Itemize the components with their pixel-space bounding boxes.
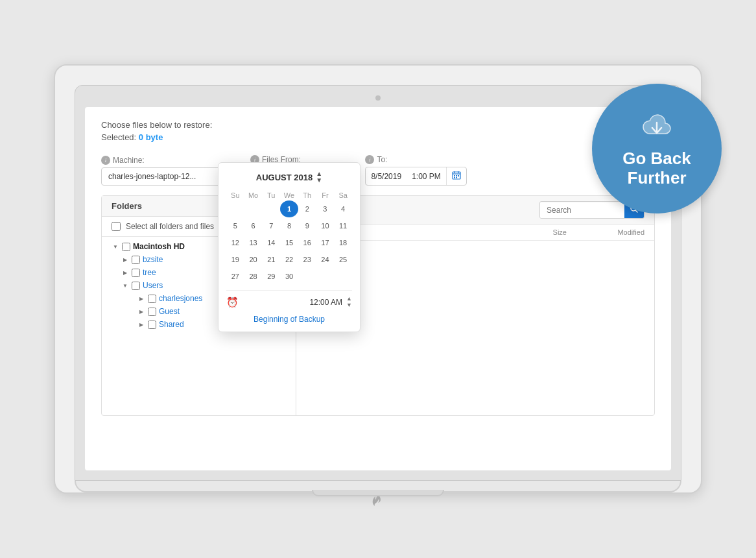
calendar-day[interactable]: 28 [244, 268, 263, 285]
calendar-day[interactable]: 22 [280, 251, 298, 268]
to-filter-group: i To: 8/5/2019 1:00 PM [365, 155, 466, 186]
calendar-day[interactable]: 14 [262, 234, 280, 251]
svg-rect-22 [456, 177, 457, 178]
calendar-time-row: ⏰ 12:00 AM ▲ ▼ [226, 290, 352, 309]
clock-icon: ⏰ [226, 297, 239, 308]
calendar-day[interactable]: 24 [316, 251, 335, 268]
charlesjones-toggle[interactable] [137, 295, 145, 302]
calendar-day[interactable]: 23 [298, 251, 316, 268]
camera-dot [375, 95, 381, 101]
calendar-day[interactable]: 30 [280, 268, 298, 285]
to-label: i To: [365, 155, 466, 164]
to-date: 8/5/2019 [366, 168, 407, 185]
choose-label: Choose files below to restore: [101, 120, 655, 130]
calendar-nav-arrows[interactable]: ▲ ▼ [316, 171, 322, 184]
calendar-day[interactable]: 5 [226, 217, 244, 234]
guest-label: Guest [159, 307, 180, 316]
calendar-day [316, 268, 335, 285]
calendar-day[interactable]: 8 [280, 217, 298, 234]
filters-row: i Machine: [101, 155, 655, 186]
calendar-day [262, 200, 280, 217]
users-toggle[interactable] [121, 282, 129, 289]
scene: Go Back Further Choose files below to re… [54, 64, 702, 494]
select-all-checkbox[interactable] [112, 222, 121, 231]
calendar-day [244, 200, 263, 217]
calendar-day[interactable]: 2 [298, 200, 316, 217]
search-input[interactable] [540, 202, 624, 218]
cloud-download-icon [641, 110, 673, 144]
laptop-screen: Choose files below to restore: Selected:… [85, 107, 671, 470]
shared-toggle[interactable] [137, 321, 145, 328]
selected-label: Selected: 0 byte [101, 132, 655, 142]
calendar-day[interactable]: 29 [262, 268, 280, 285]
tree-label: tree [143, 268, 156, 277]
users-label: Users [143, 281, 163, 290]
screen-bezel: Choose files below to restore: Selected:… [75, 85, 681, 481]
shared-label: Shared [159, 320, 184, 329]
calendar-day[interactable]: 18 [334, 234, 352, 251]
selected-value: 0 byte [139, 132, 163, 142]
calendar-day[interactable]: 16 [298, 234, 316, 251]
svg-rect-20 [458, 175, 459, 176]
machine-input[interactable] [102, 168, 219, 185]
to-time: 1:00 PM [407, 168, 446, 185]
calendar-day[interactable]: 25 [334, 251, 352, 268]
calendar-day[interactable]: 20 [244, 251, 263, 268]
calendar-day[interactable]: 12 [226, 234, 244, 251]
calendar-month-label: AUGUST 2018 [256, 173, 313, 182]
calendar-day[interactable]: 1 [280, 200, 298, 217]
header-section: Choose files below to restore: Selected:… [101, 120, 655, 142]
macintosh-hd-label: Macintosh HD [133, 242, 185, 251]
calendar-day[interactable]: 21 [262, 251, 280, 268]
bzsite-toggle[interactable] [121, 256, 129, 263]
calendar-day[interactable]: 6 [244, 217, 263, 234]
calendar-day[interactable]: 17 [316, 234, 335, 251]
go-back-further-badge[interactable]: Go Back Further [592, 84, 722, 213]
select-all-label: Select all folders and files [126, 222, 214, 231]
calendar-day[interactable]: 19 [226, 251, 244, 268]
svg-rect-18 [454, 175, 455, 176]
calendar-day [334, 268, 352, 285]
bzsite-checkbox[interactable] [132, 256, 140, 264]
svg-rect-19 [456, 175, 457, 176]
users-checkbox[interactable] [132, 282, 140, 290]
beginning-of-backup-link[interactable]: Beginning of Backup [254, 315, 325, 324]
calendar-header: AUGUST 2018 ▲ ▼ [226, 171, 352, 184]
calendar-day[interactable]: 9 [298, 217, 316, 234]
tree-folder-toggle[interactable] [121, 269, 129, 276]
calendar-day [226, 200, 244, 217]
col-modified-header: Modified [567, 228, 644, 236]
calendar-day[interactable]: 11 [334, 217, 352, 234]
laptop-logo [372, 493, 384, 511]
guest-checkbox[interactable] [148, 308, 156, 316]
col-size-header: Size [515, 228, 567, 236]
to-input-wrap: 8/5/2019 1:00 PM [365, 167, 466, 186]
calendar-day[interactable]: 10 [316, 217, 335, 234]
calendar-day[interactable]: 15 [280, 234, 298, 251]
machine-info-icon[interactable]: i [101, 156, 110, 165]
macintosh-hd-toggle[interactable] [112, 243, 119, 250]
calendar-day[interactable]: 4 [334, 200, 352, 217]
to-info-icon[interactable]: i [365, 155, 374, 164]
beginning-of-backup-row: Beginning of Backup [226, 314, 352, 324]
go-back-text: Go Back Further [622, 149, 691, 188]
calendar-day[interactable]: 3 [316, 200, 335, 217]
to-calendar-button[interactable] [446, 167, 466, 185]
calendar-day[interactable]: 7 [262, 217, 280, 234]
tree-checkbox[interactable] [132, 269, 140, 277]
svg-rect-21 [454, 177, 455, 178]
calendar-popup: AUGUST 2018 ▲ ▼ SuMoTuWeThFrSa 123456789… [218, 162, 360, 332]
app-content: Choose files below to restore: Selected:… [85, 107, 671, 429]
guest-toggle[interactable] [137, 308, 145, 315]
shared-checkbox[interactable] [148, 321, 156, 329]
macintosh-hd-checkbox[interactable] [122, 243, 130, 251]
calendar-day[interactable]: 13 [244, 234, 263, 251]
time-arrows[interactable]: ▲ ▼ [346, 296, 352, 309]
charlesjones-checkbox[interactable] [148, 295, 156, 303]
calendar-time-value: 12:00 AM [242, 298, 342, 307]
calendar-grid: SuMoTuWeThFrSa 1234567891011121314151617… [226, 190, 352, 285]
laptop-base [75, 481, 681, 492]
calendar-day[interactable]: 27 [226, 268, 244, 285]
main-body: Folders Select all folders and files [101, 195, 655, 416]
calendar-day [298, 268, 316, 285]
